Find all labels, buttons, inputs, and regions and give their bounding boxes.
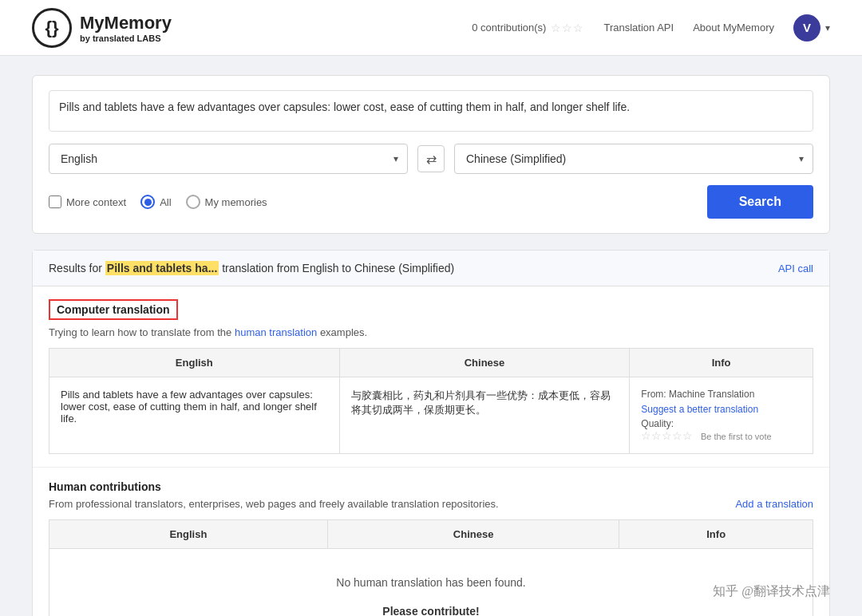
more-context-label[interactable]: More context [49, 195, 126, 208]
main-content: Pills and tablets have a few advantages … [0, 56, 862, 616]
table-cell-chinese: 与胶囊相比，药丸和片剂具有一些优势：成本更低，容易将其切成两半，保质期更长。 [339, 377, 630, 454]
rating-stars: ☆☆☆ [551, 22, 584, 34]
contributions: 0 contribution(s) ☆☆☆ [472, 22, 584, 34]
col-header-chinese: Chinese [339, 349, 630, 377]
nav-about[interactable]: About MyMemory [693, 22, 774, 34]
computer-translation-title: Computer translation [49, 299, 178, 320]
human-contributions-title: Human contributions [49, 480, 813, 493]
human-subtitle-text: From professional translators, enterpris… [49, 498, 499, 510]
computer-translation-section: Computer translation Trying to learn how… [33, 286, 829, 467]
more-context-text: More context [66, 196, 126, 208]
logo-sub: by translated LABS [80, 34, 172, 43]
no-translation-text: No human translation has been found. [61, 560, 801, 605]
results-suffix: translation from English to Chinese (Sim… [222, 262, 454, 274]
header: {} MyMemory by translated LABS 0 contrib… [0, 0, 862, 56]
quality-stars: ☆☆☆☆☆ [641, 429, 693, 442]
results-header: Results for Pills and tablets ha... tran… [33, 251, 829, 286]
logo-icon: {} [32, 8, 72, 48]
human-translation-table: English Chinese Info No human translatio… [49, 519, 813, 616]
all-radio-dot [140, 195, 155, 209]
target-lang-select[interactable]: Chinese (Simplified) Chinese (Traditiona… [454, 144, 813, 174]
logo-area: {} MyMemory by translated LABS [32, 8, 172, 48]
col-header-info: Info [630, 349, 813, 377]
logo-text: MyMemory by translated LABS [80, 13, 172, 43]
first-vote-text: Be the first to vote [701, 432, 772, 441]
human-col-info: Info [619, 520, 813, 549]
search-controls: English French German Spanish ▾ ⇄ Chines… [49, 144, 813, 174]
suggest-better-translation-link[interactable]: Suggest a better translation [641, 404, 758, 415]
no-result-cell: No human translation has been found. Ple… [49, 549, 813, 617]
my-memories-radio-text: My memories [205, 196, 267, 208]
from-source: From: Machine Translation [641, 389, 801, 400]
add-translation-link[interactable]: Add a translation [735, 498, 813, 510]
contributions-text: 0 contribution(s) [472, 22, 546, 34]
human-contributions-section: Human contributions From professional tr… [33, 467, 829, 616]
swap-icon: ⇄ [426, 152, 437, 167]
all-radio-label[interactable]: All [140, 195, 171, 209]
human-subtitle-row: From professional translators, enterpris… [49, 498, 813, 510]
results-title: Results for Pills and tablets ha... tran… [49, 262, 454, 274]
nav-translation-api[interactable]: Translation API [603, 22, 674, 34]
results-area: Results for Pills and tablets ha... tran… [32, 250, 830, 616]
more-context-checkbox[interactable] [49, 195, 61, 208]
options-row: More context All My memories Search [49, 185, 813, 219]
search-input[interactable]: Pills and tablets have a few advantages … [49, 90, 813, 132]
source-lang-wrapper: English French German Spanish ▾ [49, 144, 408, 174]
table-cell-english: Pills and tablets have a few advantages … [49, 377, 340, 454]
my-memories-radio-label[interactable]: My memories [186, 195, 267, 209]
quality-label: Quality: [641, 418, 801, 429]
user-area[interactable]: V ▾ [793, 14, 830, 41]
computer-translation-subtitle: Trying to learn how to translate from th… [49, 326, 813, 338]
no-result-row: No human translation has been found. Ple… [49, 549, 813, 617]
human-translation-link[interactable]: human translation [235, 326, 317, 338]
api-call-link[interactable]: API call [778, 263, 813, 274]
all-radio-text: All [160, 196, 171, 208]
target-lang-wrapper: Chinese (Simplified) Chinese (Traditiona… [454, 144, 813, 174]
search-box: Pills and tablets have a few advantages … [32, 75, 830, 234]
table-row: Pills and tablets have a few advantages … [49, 377, 813, 454]
my-memories-radio-dot [186, 195, 200, 209]
search-button[interactable]: Search [707, 185, 813, 219]
human-col-english: English [49, 520, 328, 549]
header-nav: 0 contribution(s) ☆☆☆ Translation API Ab… [472, 14, 830, 41]
human-col-chinese: Chinese [327, 520, 619, 549]
swap-languages-button[interactable]: ⇄ [417, 145, 445, 172]
please-contribute-text: Please contribute! [61, 605, 801, 616]
user-avatar: V [793, 14, 820, 41]
options-left: More context All My memories [49, 195, 267, 209]
table-cell-info: From: Machine Translation Suggest a bett… [630, 377, 813, 454]
results-prefix: Results for [49, 262, 102, 274]
source-lang-select[interactable]: English French German Spanish [49, 144, 408, 174]
logo-name: MyMemory [80, 13, 172, 34]
computer-translation-table: English Chinese Info Pills and tablets h… [49, 348, 813, 454]
user-chevron: ▾ [825, 22, 830, 34]
results-highlight: Pills and tablets ha... [105, 261, 219, 275]
col-header-english: English [49, 349, 340, 377]
